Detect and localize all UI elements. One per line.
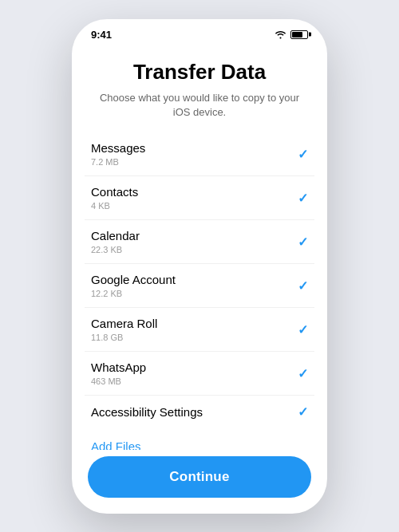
header-section: Transfer Data Choose what you would like… <box>72 45 327 133</box>
items-list: Messages7.2 MB✓Contacts4 KB✓Calendar22.3… <box>72 132 327 428</box>
item-size: 11.8 GB <box>91 333 157 342</box>
item-name: Camera Roll <box>91 317 157 331</box>
item-name: Contacts <box>91 185 138 199</box>
continue-button[interactable]: Continue <box>88 456 311 498</box>
list-item[interactable]: WhatsApp463 MB✓ <box>85 352 314 396</box>
item-name: Calendar <box>91 229 140 243</box>
item-name: Messages <box>91 141 145 156</box>
list-item[interactable]: Camera Roll11.8 GB✓ <box>85 308 314 352</box>
item-info: Google Account12.2 KB <box>91 273 176 298</box>
item-info: Calendar22.3 KB <box>91 229 140 254</box>
item-name: Google Account <box>91 273 176 287</box>
check-icon: ✓ <box>298 404 308 420</box>
item-size: 4 KB <box>91 201 138 211</box>
page-subtitle: Choose what you would like to copy to yo… <box>91 91 308 120</box>
wifi-icon <box>275 30 286 39</box>
item-size: 12.2 KB <box>91 289 176 298</box>
list-item[interactable]: Accessibility Settings✓ <box>85 396 314 428</box>
item-info: WhatsApp463 MB <box>91 361 146 386</box>
check-icon: ✓ <box>298 366 308 381</box>
add-files-section: Add Files <box>72 428 327 449</box>
item-name: WhatsApp <box>91 361 146 375</box>
item-info: Camera Roll11.8 GB <box>91 317 157 342</box>
item-size: 463 MB <box>91 376 146 386</box>
status-icons <box>275 30 308 39</box>
status-bar: 9:41 <box>72 19 327 45</box>
item-info: Accessibility Settings <box>91 405 203 420</box>
list-item[interactable]: Messages7.2 MB✓ <box>85 132 314 176</box>
add-files-link[interactable]: Add Files <box>91 439 141 449</box>
battery-icon <box>290 30 308 39</box>
phone-frame: 9:41 Transfer Data Choose what you would… <box>72 19 327 514</box>
item-info: Messages7.2 MB <box>91 141 145 167</box>
list-item[interactable]: Google Account12.2 KB✓ <box>85 264 314 308</box>
list-item[interactable]: Contacts4 KB✓ <box>85 176 314 220</box>
list-item[interactable]: Calendar22.3 KB✓ <box>85 220 314 264</box>
check-icon: ✓ <box>298 191 308 206</box>
item-info: Contacts4 KB <box>91 185 138 211</box>
check-icon: ✓ <box>298 322 308 337</box>
main-content: Transfer Data Choose what you would like… <box>72 45 327 450</box>
check-icon: ✓ <box>298 147 308 162</box>
check-icon: ✓ <box>298 234 308 250</box>
item-size: 7.2 MB <box>91 157 145 167</box>
item-name: Accessibility Settings <box>91 405 203 420</box>
battery-fill <box>292 32 302 37</box>
check-icon: ✓ <box>298 278 308 294</box>
item-size: 22.3 KB <box>91 245 140 254</box>
bottom-section: Continue <box>72 450 327 514</box>
page-title: Transfer Data <box>91 60 308 85</box>
status-time: 9:41 <box>91 29 112 41</box>
